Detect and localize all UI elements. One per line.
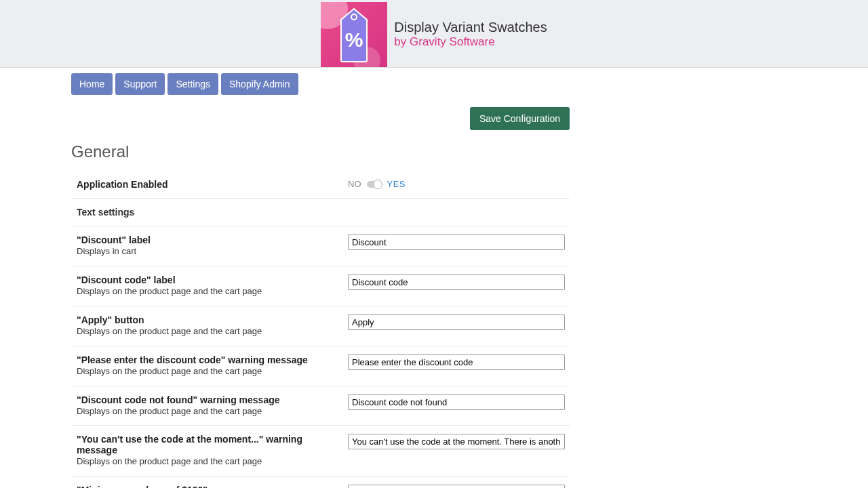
field-label: "Discount" label	[77, 235, 337, 245]
field-label: "Discount code" label	[77, 274, 337, 285]
field-row: "You can't use the code at the moment...…	[71, 426, 570, 476]
enter-code-warning-input[interactable]	[348, 354, 565, 370]
discount-label-input[interactable]	[348, 235, 565, 250]
apply-button-label-input[interactable]	[348, 314, 565, 330]
header-banner: % Display Variant Swatches by Gravity So…	[0, 1, 868, 68]
banner-subtitle: by Gravity Software	[394, 35, 547, 49]
field-row: "Discount code" label Displays on the pr…	[71, 266, 570, 306]
toggle-no-label: NO	[348, 179, 361, 189]
field-label: "You can't use the code at the moment...…	[77, 434, 337, 455]
svg-text:%: %	[345, 28, 363, 51]
discount-code-label-input[interactable]	[348, 274, 565, 290]
field-sublabel: Displays on the product page and the car…	[77, 366, 337, 378]
app-enabled-toggle[interactable]	[367, 181, 382, 188]
section-title: General	[71, 142, 570, 161]
field-label: "Minimum purchase of $100" message	[77, 485, 337, 488]
settings-button[interactable]: Settings	[167, 73, 218, 95]
field-row: "Apply" button Displays on the product p…	[71, 306, 570, 346]
shopify-admin-button[interactable]: Shopify Admin	[221, 73, 298, 95]
app-enabled-label: Application Enabled	[77, 179, 337, 190]
min-purchase-amount-input[interactable]	[348, 485, 565, 488]
field-sublabel: Displays in cart	[77, 246, 337, 258]
toggle-yes-label: YES	[387, 179, 406, 189]
nav-buttons: Home Support Settings Shopify Admin	[71, 73, 570, 95]
field-sublabel: Displays on the product page and the car…	[77, 326, 337, 338]
banner-title: Display Variant Swatches	[394, 20, 547, 35]
app-enabled-row: Application Enabled NO YES	[71, 171, 570, 199]
cant-use-code-warning-input[interactable]	[348, 434, 565, 449]
field-label: "Apply" button	[77, 314, 337, 325]
banner-graphic: %	[321, 2, 387, 67]
discount-tag-icon: %	[338, 7, 370, 63]
save-configuration-button[interactable]: Save Configuration	[470, 107, 570, 130]
field-row: "Minimum purchase of $100" message Displ…	[71, 476, 570, 488]
field-label: "Discount code not found" warning messag…	[77, 394, 337, 405]
field-sublabel: Displays on the product page and the car…	[77, 406, 337, 418]
field-sublabel: Displays on the product page and the car…	[77, 456, 337, 468]
field-row: "Discount code not found" warning messag…	[71, 386, 570, 426]
text-settings-header: Text settings	[71, 199, 570, 226]
code-not-found-warning-input[interactable]	[348, 394, 565, 410]
home-button[interactable]: Home	[71, 73, 113, 95]
field-sublabel: Displays on the product page and the car…	[77, 286, 337, 298]
support-button[interactable]: Support	[115, 73, 165, 95]
field-row: "Please enter the discount code" warning…	[71, 346, 570, 386]
field-label: "Please enter the discount code" warning…	[77, 354, 337, 365]
field-row: "Discount" label Displays in cart	[71, 226, 570, 266]
